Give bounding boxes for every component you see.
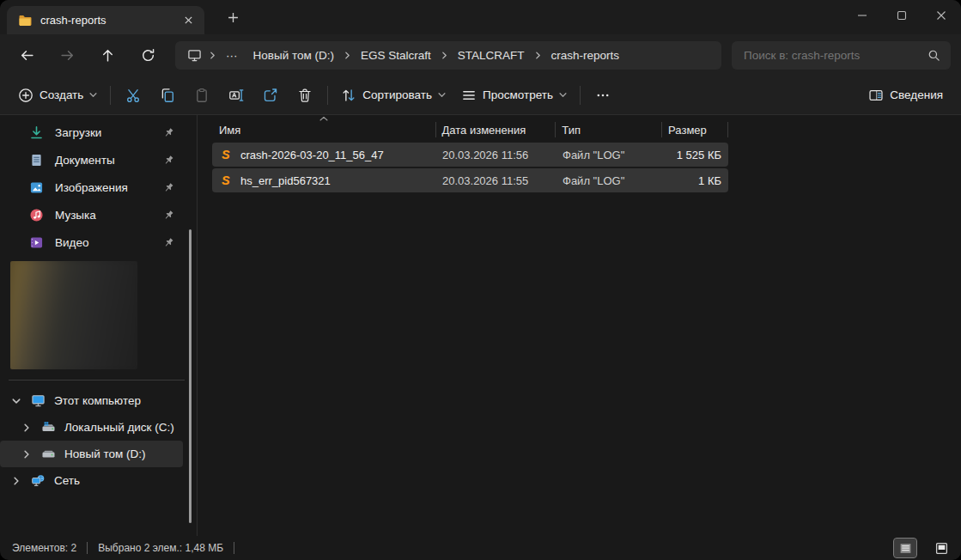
new-tab-button[interactable] [218,3,247,32]
music-icon [29,208,44,222]
view-label: Просмотреть [483,88,553,101]
selection-summary: Выбрано 2 элем.: 1,48 МБ [98,542,223,554]
file-date: 20.03.2026 11:56 [435,143,556,167]
explorer-window: crash-reports [0,0,961,560]
paste-button[interactable] [185,81,219,110]
chevron-down-icon [559,91,567,99]
maximize-button[interactable] [882,0,921,31]
tab-crash-reports[interactable]: crash-reports [7,6,204,34]
sort-button[interactable]: Сортировать [333,81,453,110]
sidebar-item-label: Изображения [55,181,128,194]
details-view-icon [899,542,912,555]
sublime-log-file-icon: S [219,149,233,161]
search-icon[interactable] [928,49,940,62]
tree-item-label: Этот компьютер [54,394,141,407]
folder-icon [18,14,32,27]
toolbar-separator [110,86,111,105]
sidebar-scrollbar[interactable] [189,229,192,523]
sidebar-item-pictures[interactable]: Изображения [0,173,185,201]
drive-d-icon [41,447,56,461]
forward-button[interactable] [47,40,88,70]
close-button[interactable] [921,0,961,31]
sidebar-item-label: Видео [55,236,88,249]
tree-item-label: Локальный диск (C:) [64,421,174,434]
sort-icon [341,88,356,103]
scissors-icon [125,88,141,103]
up-button[interactable] [88,40,128,70]
create-label: Создать [40,88,83,101]
view-list-icon [461,88,477,103]
column-header-name[interactable]: Имя [212,119,435,141]
address-bar[interactable]: ··· Новый том (D:) EGS Stalcraft STALCRA… [175,41,721,70]
view-button[interactable]: Просмотреть [453,81,575,110]
sidebar-divider [9,380,185,380]
file-row[interactable]: S crash-2026-03-20_11_56_47 20.03.2026 1… [212,143,728,167]
breadcrumb-item-current[interactable]: crash-reports [544,46,628,65]
pin-icon [163,155,174,166]
chevron-down-icon [89,91,97,99]
details-label: Сведения [890,88,943,101]
chevron-right-icon[interactable] [21,423,33,432]
search-input[interactable] [744,49,928,62]
pin-icon [163,210,174,221]
file-size: 1 525 КБ [662,143,728,167]
title-bar: crash-reports [0,0,961,34]
chevron-down-icon[interactable] [10,397,22,405]
share-button[interactable] [253,81,288,110]
breadcrumb-item[interactable]: Новый том (D:) [246,46,343,65]
window-controls [842,0,961,31]
status-separator [87,542,88,554]
copy-button[interactable] [150,81,185,110]
sidebar-item-downloads[interactable]: Загрузки [0,119,185,146]
column-header-type[interactable]: Тип [555,119,661,141]
pin-icon [163,127,174,138]
column-header-size[interactable]: Размер [661,119,727,141]
chevron-right-icon [342,52,353,59]
details-pane-button[interactable]: Сведения [861,81,951,110]
delete-button[interactable] [288,81,322,110]
cut-button[interactable] [116,81,150,110]
chevron-right-icon [532,52,544,59]
file-date: 20.03.2026 11:55 [435,168,556,192]
sidebar: Загрузки Документы Изображения [0,115,198,536]
back-button[interactable] [7,40,47,70]
paste-icon [194,88,210,103]
breadcrumb-item[interactable]: STALCRAFT [450,46,532,65]
rename-button[interactable] [219,81,253,110]
chevron-down-icon [438,91,446,99]
tree-item-drive-d[interactable]: Новый том (D:) [0,441,183,467]
more-options-button[interactable] [586,81,620,110]
sidebar-item-documents[interactable]: Документы [0,146,185,173]
ellipsis-icon [595,88,611,103]
pin-icon [163,237,174,248]
breadcrumb-item[interactable]: EGS Stalcraft [353,46,439,65]
details-view-toggle[interactable] [894,539,916,557]
sidebar-item-videos[interactable]: Видео [0,228,185,256]
tree-item-this-pc[interactable]: Этот компьютер [0,387,183,414]
search-box[interactable] [732,41,951,70]
large-icons-view-toggle[interactable] [930,539,952,557]
pin-icon [163,182,174,193]
breadcrumb-overflow[interactable]: ··· [218,46,246,65]
tree-item-label: Сеть [54,474,80,487]
file-row[interactable]: S hs_err_pid567321 20.03.2026 11:55 Файл… [212,168,728,192]
toolbar-separator [327,86,328,105]
chevron-right-icon[interactable] [10,477,22,485]
column-header-date[interactable]: Дата изменения [435,119,556,141]
minimize-button[interactable] [842,0,882,31]
tree-item-network[interactable]: Сеть [0,467,183,494]
create-button[interactable]: Создать [10,81,105,110]
sidebar-item-label: Загрузки [55,126,101,139]
main-area: Загрузки Документы Изображения [0,115,961,536]
this-pc-small-icon[interactable] [179,48,207,63]
tree-item-label: Новый том (D:) [64,447,146,460]
sidebar-item-music[interactable]: Музыка [0,201,185,228]
tree-item-drive-c[interactable]: Локальный диск (C:) [0,414,183,441]
downloads-icon [29,125,44,140]
refresh-button[interactable] [128,40,168,70]
blurred-thumbnail [10,261,137,369]
chevron-right-icon [439,52,450,59]
large-icons-view-icon [935,542,948,555]
chevron-right-icon[interactable] [21,450,33,459]
tab-close-icon[interactable] [177,9,199,32]
